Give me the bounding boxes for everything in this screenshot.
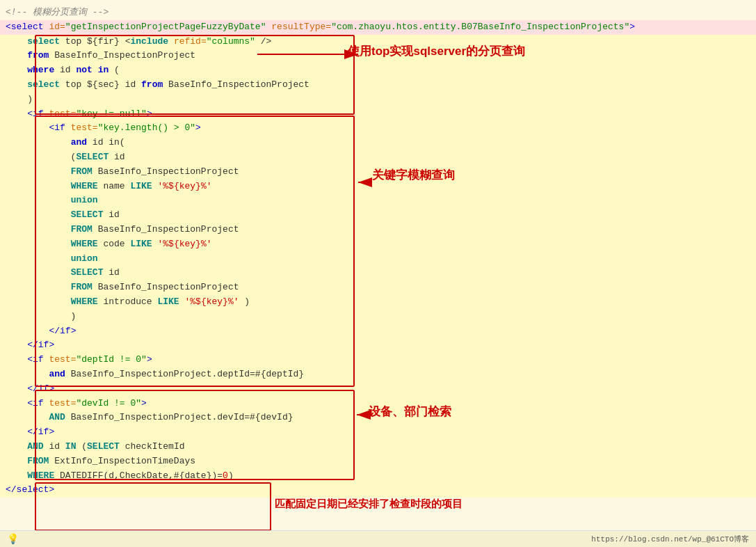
line-29: AND BaseInfo_InspectionProject.devId=#{d…	[0, 411, 756, 425]
line-12-content: FROM BaseInfo_InspectionProject	[6, 165, 750, 180]
line-31-content: AND id IN (SELECT checkItemId	[6, 440, 750, 454]
line-24-content: </if>	[6, 338, 750, 353]
line-25: <if test="deptId != 0">	[0, 353, 756, 367]
line-24: </if>	[0, 338, 756, 353]
line-27-content: </if>	[6, 382, 750, 397]
line-16-content: FROM BaseInfo_InspectionProject	[6, 223, 750, 237]
line-18-content: union	[6, 252, 750, 267]
line-2-content: <select id="getInspectionProjectPageFuzz…	[6, 20, 750, 35]
line-7-content: )	[6, 93, 750, 107]
bottom-url: https://blog.csdn.net/wp_@61CTO博客	[591, 534, 749, 544]
line-14-content: union	[6, 193, 750, 208]
line-9: <if test="key.length() > 0">	[0, 121, 756, 136]
line-11-content: (SELECT id	[6, 150, 750, 165]
line-1-content: <!-- 模糊分页查询 -->	[6, 6, 750, 20]
line-6: select top ${sec} id from BaseInfo_Inspe…	[0, 78, 756, 93]
line-3-content: select top ${fir} <include refid="column…	[6, 35, 750, 49]
line-32: FROM ExtInfo_InspectionTimeDays	[0, 454, 756, 469]
line-28-content: <if test="devId != 0">	[6, 397, 750, 411]
line-20-content: FROM BaseInfo_InspectionProject	[6, 280, 750, 295]
line-22-content: )	[6, 310, 750, 324]
line-13-content: WHERE name LIKE '%${key}%'	[6, 180, 750, 194]
line-29-content: AND BaseInfo_InspectionProject.devId=#{d…	[6, 411, 750, 425]
line-10: and id in(	[0, 136, 756, 150]
line-4-content: from BaseInfo_InspectionProject	[6, 49, 750, 63]
line-16: FROM BaseInfo_InspectionProject	[0, 223, 756, 237]
line-32-content: FROM ExtInfo_InspectionTimeDays	[6, 454, 750, 469]
line-18: union	[0, 252, 756, 267]
line-21: WHERE introduce LIKE '%${key}%' )	[0, 295, 756, 310]
line-17-content: WHERE code LIKE '%${key}%'	[6, 237, 750, 252]
line-12: FROM BaseInfo_InspectionProject	[0, 165, 756, 180]
line-30-content: </if>	[6, 425, 750, 440]
line-22: )	[0, 310, 756, 324]
line-19: SELECT id	[0, 266, 756, 280]
code-area: <!-- 模糊分页查询 --> <select id="getInspectio…	[0, 0, 756, 503]
line-20: FROM BaseInfo_InspectionProject	[0, 280, 756, 295]
line-23-content: </if>	[6, 324, 750, 339]
line-1: <!-- 模糊分页查询 -->	[0, 6, 756, 20]
line-26-content: and BaseInfo_InspectionProject.deptId=#{…	[6, 367, 750, 382]
line-3: select top ${fir} <include refid="column…	[0, 35, 756, 49]
line-6-content: select top ${sec} id from BaseInfo_Inspe…	[6, 78, 750, 93]
line-4: from BaseInfo_InspectionProject	[0, 49, 756, 63]
line-27: </if>	[0, 382, 756, 397]
line-5-content: where id not in (	[6, 63, 750, 78]
line-34-content: </select>	[6, 483, 750, 498]
line-25-content: <if test="deptId != 0">	[6, 353, 750, 367]
line-9-content: <if test="key.length() > 0">	[6, 121, 750, 136]
bottom-icon: 💡	[7, 533, 19, 545]
bottom-bar: 💡 https://blog.csdn.net/wp_@61CTO博客	[0, 530, 756, 547]
line-2: <select id="getInspectionProjectPageFuzz…	[0, 20, 756, 35]
line-26: and BaseInfo_InspectionProject.deptId=#{…	[0, 367, 756, 382]
line-23: </if>	[0, 324, 756, 339]
line-17: WHERE code LIKE '%${key}%'	[0, 237, 756, 252]
line-33-content: WHERE DATEDIFF(d,CheckDate,#{date})=0)	[6, 469, 750, 484]
line-10-content: and id in(	[6, 136, 750, 150]
line-8: <if test="key != null">	[0, 107, 756, 122]
line-30: </if>	[0, 425, 756, 440]
line-8-content: <if test="key != null">	[6, 107, 750, 122]
line-11: (SELECT id	[0, 150, 756, 165]
line-15-content: SELECT id	[6, 208, 750, 223]
line-7: )	[0, 93, 756, 107]
line-21-content: WHERE introduce LIKE '%${key}%' )	[6, 295, 750, 310]
line-13: WHERE name LIKE '%${key}%'	[0, 180, 756, 194]
line-28: <if test="devId != 0">	[0, 397, 756, 411]
line-34: </select>	[0, 483, 756, 498]
line-5: where id not in (	[0, 63, 756, 78]
line-15: SELECT id	[0, 208, 756, 223]
line-31: AND id IN (SELECT checkItemId	[0, 440, 756, 454]
line-14: union	[0, 193, 756, 208]
line-33: WHERE DATEDIFF(d,CheckDate,#{date})=0)	[0, 469, 756, 484]
line-19-content: SELECT id	[6, 266, 750, 280]
